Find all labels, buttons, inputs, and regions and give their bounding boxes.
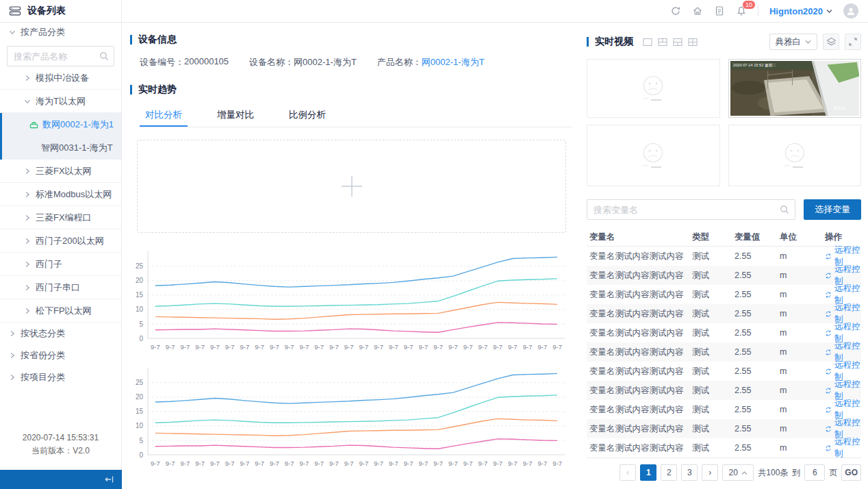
svg-text:9-7: 9-7 [181,460,190,467]
sidebar-category-item[interactable]: 标准Modbus以太网 [0,183,121,206]
pagination-go-button[interactable]: GO [841,464,861,481]
layout-single-icon[interactable] [643,38,652,47]
sidebar: 设备列表 按产品分类模拟中冶设备海为T以太网数网0002-1-海为1智网0031… [0,0,122,489]
svg-text:9-7: 9-7 [151,460,160,467]
search-icon [780,205,789,214]
svg-text:9-7: 9-7 [314,343,324,351]
svg-text:9-7: 9-7 [448,460,458,467]
svg-text:9-7: 9-7 [433,460,443,467]
cell-variable-name: 变量名测试内容测试内容 [587,270,692,281]
layers-button[interactable] [823,34,839,50]
table-row: 变量名测试内容测试内容测试2.55m 远程控制 [587,362,861,381]
tree-item-label: 智网0031-1-海为T [41,142,113,154]
tab-active[interactable]: 对比分析 [140,103,188,127]
tab-inactive[interactable]: 增量对比 [212,103,259,127]
plus-icon [339,173,365,199]
layout-two-pane-icon[interactable] [658,38,667,47]
fullscreen-button[interactable] [845,34,861,50]
pagination-page-3[interactable]: 3 [681,464,698,481]
cell-variable-name: 变量名测试内容测试内容 [587,251,692,262]
svg-text:0: 0 [139,451,143,459]
layout-three-pane-icon[interactable] [673,38,682,47]
tree-item-label: 西门子200以太网 [36,235,104,247]
chevron-right-icon [24,261,31,268]
sidebar-collapse-bar[interactable] [0,470,122,489]
sidebar-category-item[interactable]: 三菱FX以太网 [0,160,121,183]
cell-value: 2.55 [735,386,780,395]
sidebar-category-item[interactable]: 西门子 [0,253,121,276]
sidebar-group-item[interactable]: 按项目分类 [0,366,121,388]
sidebar-category-item[interactable]: 西门子串口 [0,276,121,299]
layout-grid-icon[interactable] [688,38,698,47]
svg-text:9-7: 9-7 [166,460,175,467]
pagination-page-2[interactable]: 2 [661,464,677,481]
tab-inactive[interactable]: 比例分析 [283,103,331,127]
tree-item-label: 三菱FX以太网 [36,165,92,177]
variable-search-input[interactable] [587,199,795,220]
page-size-select[interactable]: 20 [722,464,754,481]
video-feed[interactable]: 2020-07-14 15:52 星期二 通道01 [728,59,862,118]
svg-text:9-7: 9-7 [166,343,175,351]
tree-item-label: 三菱FX编程口 [36,212,92,224]
tree-item-label: 按状态分类 [21,327,65,340]
svg-text:9-7: 9-7 [493,460,502,467]
add-chart-dropzone[interactable] [137,140,566,233]
device-info-title: 设备信息 [138,34,177,46]
sidebar-search [7,46,114,66]
sidebar-category-item[interactable]: 模拟中冶设备 [0,66,121,90]
sidebar-category-item[interactable]: 松下FP以太网 [0,299,121,323]
svg-text:9-7: 9-7 [404,343,413,351]
table-row: 变量名测试内容测试内容测试2.55m 远程控制 [587,266,861,285]
table-row: 变量名测试内容测试内容测试2.55m 远程控制 [587,247,861,266]
cell-unit: m [780,405,821,414]
video-slot-empty[interactable] [587,59,720,118]
cell-unit: m [780,443,821,453]
cell-type: 测试 [692,385,735,397]
sidebar-category-item[interactable]: 三菱FX编程口 [0,206,121,229]
sidebar-category-item[interactable]: 海为T以太网 [0,90,121,113]
chevron-right-icon [24,168,31,175]
remote-control-link[interactable]: 远程控制 [825,436,861,460]
device-info-field: 产品名称：网0002-1-海为T [377,56,485,68]
video-slot-empty[interactable] [587,125,720,186]
pagination-prev[interactable]: ‹ [620,464,636,481]
pagination-next[interactable]: › [702,464,718,481]
theme-select[interactable]: 典雅白 [769,34,818,50]
svg-text:9-7: 9-7 [448,343,458,351]
home-icon[interactable] [692,5,703,16]
refresh-icon[interactable] [670,5,681,16]
svg-text:9-7: 9-7 [240,343,250,351]
svg-text:9-7: 9-7 [344,343,354,351]
chevron-right-icon [24,284,31,291]
document-icon[interactable] [714,5,725,16]
variables-table: 变量名类型变量值单位操作 变量名测试内容测试内容测试2.55m 远程控制变量名测… [587,228,861,458]
svg-text:25: 25 [136,379,144,386]
chevron-down-icon [24,98,31,105]
variables-table-header: 变量名类型变量值单位操作 [587,228,861,247]
svg-text:10: 10 [136,305,144,313]
sidebar-device-item-selected[interactable]: 数网0002-1-海为1 [2,113,121,136]
svg-text:0: 0 [139,335,143,342]
goto-page-input[interactable] [804,464,825,481]
cell-unit: m [780,386,821,395]
sidebar-group-item[interactable]: 按省份分类 [0,344,121,366]
video-slot-empty[interactable] [728,125,862,186]
pagination-to-label: 到 [792,467,800,479]
field-value-link[interactable]: 网0002-1-海为T [422,56,485,68]
avatar[interactable] [843,3,858,18]
user-menu[interactable]: Hignton2020 [769,6,832,16]
sidebar-group-item[interactable]: 按产品分类 [0,23,121,42]
sidebar-group-item[interactable]: 按状态分类 [0,323,121,344]
notifications-bell[interactable]: 10 [736,5,747,16]
cell-unit: m [780,424,821,434]
cell-variable-name: 变量名测试内容测试内容 [587,347,692,358]
top-header: 10 Hignton2020 [122,0,868,23]
svg-text:9-7: 9-7 [285,343,294,351]
product-search-input[interactable] [7,46,114,66]
cell-value: 2.55 [735,443,780,453]
sidebar-category-item[interactable]: 西门子200以太网 [0,229,121,253]
select-variable-button[interactable]: 选择变量 [804,199,861,220]
pagination-page-1[interactable]: 1 [640,464,656,481]
sidebar-device-item[interactable]: 智网0031-1-海为T [2,136,121,160]
chevron-down-icon [9,29,16,36]
